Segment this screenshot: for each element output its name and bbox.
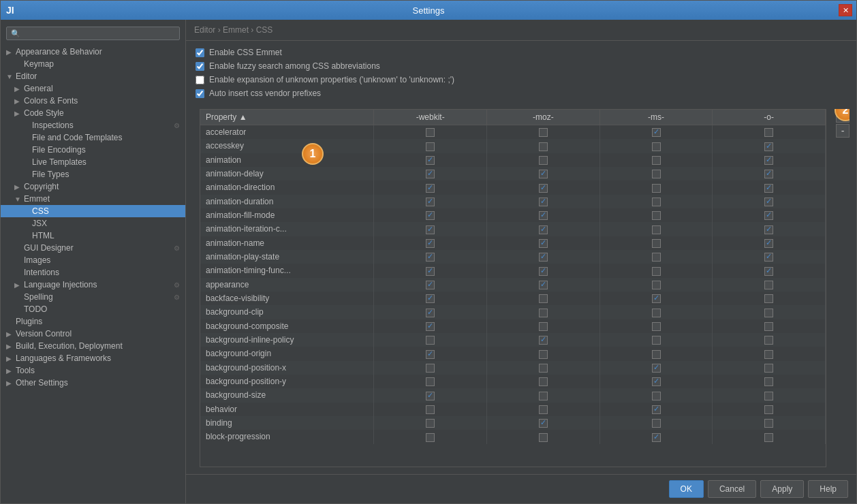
checkbox-cell-webkit-8[interactable] [374, 236, 487, 250]
sidebar-item-copyright[interactable]: ▶Copyright [1, 180, 185, 193]
search-box[interactable]: 🔍 [6, 27, 180, 40]
checkbox-cell-o-9[interactable] [713, 250, 826, 264]
checkbox-cell-webkit-0[interactable] [374, 125, 487, 140]
remove-property-button[interactable]: - [836, 124, 850, 138]
checkbox-cell-o-4[interactable] [713, 180, 826, 194]
sidebar-item-languages-frameworks[interactable]: ▶Languages & Frameworks [1, 352, 185, 364]
sidebar-item-images[interactable]: Images [1, 254, 185, 266]
cancel-button[interactable]: Cancel [708, 480, 756, 498]
close-button[interactable]: ✕ [839, 4, 852, 16]
checkbox-enable-fuzzy-search[interactable] [196, 62, 204, 71]
checkbox-cell-webkit-13[interactable] [374, 305, 487, 319]
col-header-o[interactable]: -o- [713, 110, 826, 125]
checkbox-cell-moz-6[interactable] [487, 208, 600, 222]
checkbox-cell-o-21[interactable] [713, 416, 826, 430]
checkbox-cell-ms-0[interactable] [599, 125, 713, 140]
checkbox-cell-ms-6[interactable] [599, 208, 713, 222]
checkbox-cell-moz-20[interactable] [487, 403, 600, 416]
checkbox-cell-o-1[interactable] [713, 139, 826, 153]
checkbox-cell-ms-4[interactable] [599, 180, 713, 194]
checkbox-cell-o-0[interactable] [713, 125, 826, 140]
checkbox-cell-moz-2[interactable] [487, 153, 600, 167]
checkbox-cell-webkit-5[interactable] [374, 195, 487, 208]
checkbox-cell-moz-5[interactable] [487, 195, 600, 208]
sidebar-item-general[interactable]: ▶General [1, 82, 185, 95]
checkbox-cell-o-18[interactable] [713, 375, 826, 388]
sidebar-item-appearance-behavior[interactable]: ▶Appearance & Behavior [1, 46, 185, 58]
checkbox-cell-webkit-6[interactable] [374, 208, 487, 222]
sidebar-item-file-types[interactable]: File Types [1, 168, 185, 180]
checkbox-cell-ms-8[interactable] [599, 236, 713, 250]
checkbox-cell-ms-10[interactable] [599, 264, 713, 277]
checkbox-cell-moz-9[interactable] [487, 250, 600, 264]
checkbox-cell-o-7[interactable] [713, 222, 826, 236]
sidebar-item-editor[interactable]: ▼Editor [1, 70, 185, 82]
checkbox-cell-ms-22[interactable] [599, 430, 713, 443]
sidebar-item-code-style[interactable]: ▶Code Style [1, 107, 185, 119]
sidebar-item-html[interactable]: HTML [1, 230, 185, 242]
checkbox-enable-expansion[interactable] [196, 76, 204, 84]
checkbox-cell-ms-20[interactable] [599, 403, 713, 416]
sidebar-item-build-execution-deployment[interactable]: ▶Build, Execution, Deployment [1, 340, 185, 352]
checkbox-cell-ms-3[interactable] [599, 167, 713, 180]
checkbox-cell-o-6[interactable] [713, 208, 826, 222]
sidebar-item-todo[interactable]: TODO [1, 303, 185, 315]
checkbox-cell-o-12[interactable] [713, 292, 826, 305]
checkbox-cell-ms-18[interactable] [599, 375, 713, 388]
checkbox-cell-webkit-21[interactable] [374, 416, 487, 430]
checkbox-cell-moz-21[interactable] [487, 416, 600, 430]
checkbox-cell-webkit-20[interactable] [374, 403, 487, 416]
sidebar-item-jsx[interactable]: JSX [1, 217, 185, 230]
checkbox-cell-webkit-16[interactable] [374, 347, 487, 360]
checkbox-cell-o-16[interactable] [713, 347, 826, 360]
checkbox-cell-ms-13[interactable] [599, 305, 713, 319]
sidebar-item-inspections[interactable]: Inspections⚙ [1, 119, 185, 131]
checkbox-cell-webkit-3[interactable] [374, 167, 487, 180]
checkbox-cell-o-20[interactable] [713, 403, 826, 416]
checkbox-cell-moz-4[interactable] [487, 180, 600, 194]
checkbox-cell-ms-21[interactable] [599, 416, 713, 430]
checkbox-cell-moz-12[interactable] [487, 292, 600, 305]
sidebar-item-file-and-code-templates[interactable]: File and Code Templates [1, 131, 185, 144]
checkbox-cell-webkit-7[interactable] [374, 222, 487, 236]
checkbox-cell-moz-15[interactable] [487, 333, 600, 347]
search-input[interactable] [23, 29, 175, 38]
checkbox-cell-webkit-9[interactable] [374, 250, 487, 264]
checkbox-cell-webkit-1[interactable] [374, 139, 487, 153]
checkbox-cell-webkit-2[interactable] [374, 153, 487, 167]
checkbox-cell-moz-22[interactable] [487, 430, 600, 443]
checkbox-enable-css-emmet[interactable] [196, 48, 204, 57]
checkbox-cell-moz-10[interactable] [487, 264, 600, 277]
checkbox-cell-webkit-22[interactable] [374, 430, 487, 443]
checkbox-cell-o-2[interactable] [713, 153, 826, 167]
checkbox-auto-insert[interactable] [196, 89, 204, 98]
checkbox-cell-ms-12[interactable] [599, 292, 713, 305]
ok-button[interactable]: OK [669, 480, 704, 498]
checkbox-cell-moz-17[interactable] [487, 361, 600, 375]
col-header-moz[interactable]: -moz- [487, 110, 600, 125]
sidebar-item-emmet[interactable]: ▼Emmet [1, 193, 185, 205]
checkbox-cell-ms-2[interactable] [599, 153, 713, 167]
checkbox-cell-webkit-18[interactable] [374, 375, 487, 388]
sidebar-item-language-injections[interactable]: ▶Language Injections⚙ [1, 279, 185, 291]
checkbox-cell-ms-11[interactable] [599, 278, 713, 292]
checkbox-cell-o-17[interactable] [713, 361, 826, 375]
checkbox-cell-o-8[interactable] [713, 236, 826, 250]
sidebar-item-live-templates[interactable]: Live Templates [1, 156, 185, 168]
sidebar-item-colors-fonts[interactable]: ▶Colors & Fonts [1, 95, 185, 107]
checkbox-cell-webkit-15[interactable] [374, 333, 487, 347]
checkbox-cell-moz-16[interactable] [487, 347, 600, 360]
checkbox-cell-ms-17[interactable] [599, 361, 713, 375]
checkbox-cell-moz-13[interactable] [487, 305, 600, 319]
checkbox-cell-ms-9[interactable] [599, 250, 713, 264]
checkbox-cell-ms-19[interactable] [599, 388, 713, 402]
checkbox-cell-ms-1[interactable] [599, 139, 713, 153]
sidebar-item-version-control[interactable]: ▶Version Control [1, 328, 185, 340]
checkbox-cell-ms-15[interactable] [599, 333, 713, 347]
sidebar-item-keymap[interactable]: Keymap [1, 58, 185, 70]
sidebar-item-tools[interactable]: ▶Tools [1, 364, 185, 377]
sidebar-item-gui-designer[interactable]: GUI Designer⚙ [1, 242, 185, 254]
checkbox-cell-ms-7[interactable] [599, 222, 713, 236]
checkbox-cell-o-19[interactable] [713, 388, 826, 402]
help-button[interactable]: Help [808, 480, 848, 498]
